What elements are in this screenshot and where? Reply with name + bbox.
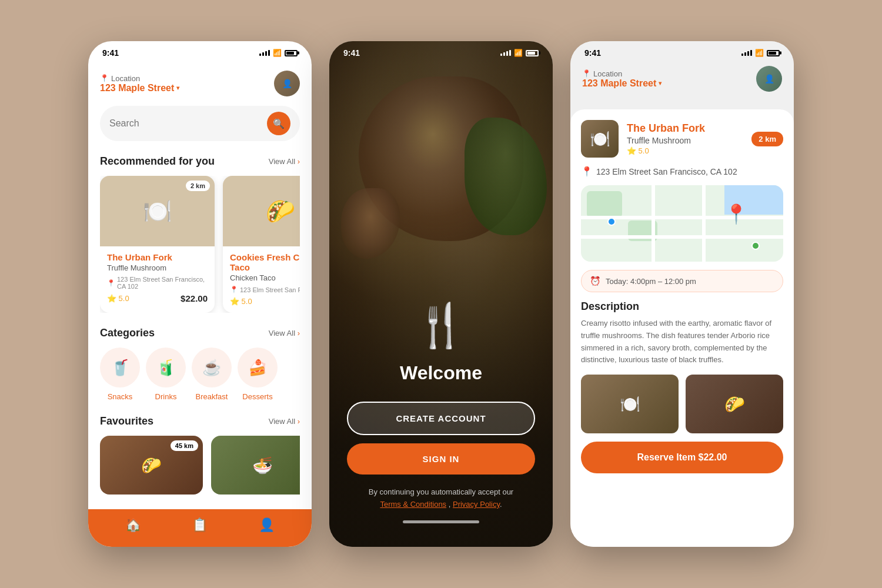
search-input[interactable] (109, 118, 261, 129)
fav-img-2: 🍜 (211, 436, 300, 495)
location-info-3: 📍 Location 123 Maple Street ▾ (582, 69, 662, 89)
categories-row: 🥤 Snacks 🧃 Drinks ☕ Breakfast 🍰 (100, 348, 300, 401)
food-image-1: 🍽️ (581, 375, 679, 433)
status-icons-3: 📶 (741, 49, 780, 57)
battery-icon-3 (767, 50, 780, 56)
favourites-title: Favourites (100, 415, 153, 427)
chevron-icon-3: ▾ (659, 80, 662, 86)
restaurant-info-2: Cookies Fresh Chicken Taco Chicken Taco … (223, 246, 300, 313)
food-image-2: 🌮 (686, 375, 783, 433)
favourites-view-all[interactable]: View All › (269, 417, 300, 426)
desserts-label: Desserts (242, 392, 272, 401)
categories-title: Categories (100, 327, 155, 339)
search-bar[interactable]: 🔍 (100, 106, 300, 141)
food-img-placeholder-1: 🍽️ (581, 375, 679, 433)
km-badge: 2 km (751, 132, 783, 146)
category-desserts[interactable]: 🍰 Desserts (238, 348, 278, 401)
detail-card: 🍽️ The Urban Fork Truffle Mushroom ⭐ 5.0… (570, 109, 794, 547)
location-label-3: 📍 Location (582, 69, 662, 78)
categories-header: Categories View All › (100, 327, 300, 339)
map-road-h2 (581, 235, 783, 239)
pin-icon-3: 📍 (582, 69, 591, 78)
favourites-row: 🌮 45 km 🍜 (100, 436, 300, 495)
recommended-header: Recommended for you View All › (100, 155, 300, 168)
addr-pin-2: 📍 (230, 286, 238, 293)
restaurant-img-2: 🌮 (223, 176, 300, 246)
restaurants-row: 🍽️ 2 km The Urban Fork Truffle Mushroom … (100, 176, 300, 313)
status-bar-1: 9:41 📶 (88, 41, 312, 61)
location-name[interactable]: 123 Maple Street ▾ (100, 83, 179, 93)
search-button[interactable]: 🔍 (267, 112, 290, 135)
restaurant-detail-header: 🍽️ The Urban Fork Truffle Mushroom ⭐ 5.0… (570, 109, 794, 166)
avatar-3[interactable]: 👤 (756, 66, 782, 92)
restaurant-addr-2: 📍 123 Elm Street San Fran... (230, 286, 300, 293)
wifi-icon-2: 📶 (514, 49, 523, 57)
rating-1: ⭐ 5.0 (107, 294, 129, 303)
nav-home[interactable]: 🏠 (125, 517, 141, 533)
desserts-icon-wrap: 🍰 (238, 348, 278, 387)
food-img-placeholder-2: 🌮 (686, 375, 783, 433)
rating-price-1: ⭐ 5.0 $22.00 (107, 293, 208, 303)
description-section: Description Creamy risotto infused with … (570, 300, 794, 375)
restaurant-img-1: 🍽️ 2 km (100, 176, 215, 246)
welcome-content: 🍴 Welcome CREATE ACCOUNT SIGN IN By cont… (329, 61, 553, 547)
sign-in-button[interactable]: SIGN IN (347, 443, 535, 475)
category-snacks[interactable]: 🥤 Snacks (100, 348, 140, 401)
map-marker-small-1 (607, 218, 616, 226)
recommended-title: Recommended for you (100, 155, 215, 168)
restaurant-card-1[interactable]: 🍽️ 2 km The Urban Fork Truffle Mushroom … (100, 176, 215, 313)
breakfast-icon-wrap: ☕ (192, 348, 232, 387)
breakfast-label: Breakfast (196, 392, 228, 401)
nav-calendar[interactable]: 📋 (192, 517, 208, 533)
map-pin-main: 📍 (724, 203, 748, 225)
signal-icon-2 (500, 50, 511, 56)
fav-card-1[interactable]: 🌮 45 km (100, 436, 203, 495)
fav-card-2[interactable]: 🍜 (211, 436, 300, 495)
restaurant-detail-name: The Urban Fork (627, 122, 743, 135)
detail-address: 📍 123 Elm Street San Francisco, CA 102 (570, 166, 794, 185)
bottom-nav: 🏠 📋 👤 (88, 509, 312, 547)
fav-badge-1: 45 km (171, 440, 198, 451)
restaurant-sub-1: Truffle Mushroom (107, 263, 208, 272)
restaurant-addr-1: 📍 123 Elm Street San Francisco, CA 102 (107, 276, 208, 290)
category-drinks[interactable]: 🧃 Drinks (146, 348, 186, 401)
status-bar-3: 9:41 📶 (570, 41, 794, 61)
battery-icon-1 (285, 50, 298, 56)
categories-view-all[interactable]: View All › (269, 329, 300, 338)
phone-detail: 9:41 📶 📍 Location 123 Maple Street ▾ (570, 41, 794, 547)
welcome-title: Welcome (400, 362, 482, 384)
location-label: 📍 Location (100, 74, 179, 83)
create-account-button[interactable]: CREATE ACCOUNT (347, 402, 535, 435)
phone-welcome: 9:41 📶 🍴 Welcome CREATE ACCOUNT SIGN IN … (329, 41, 553, 547)
home-indicator (403, 520, 479, 523)
restaurant-name-2: Cookies Fresh Chicken Taco (230, 252, 300, 272)
snacks-icon: 🥤 (111, 359, 129, 377)
restaurant-detail-info: The Urban Fork Truffle Mushroom ⭐ 5.0 (627, 122, 743, 155)
status-icons-1: 📶 (259, 49, 298, 57)
status-time-2: 9:41 (343, 48, 360, 58)
map-road-v1 (652, 185, 655, 262)
map-container[interactable]: 📍 (581, 185, 783, 262)
avatar[interactable]: 👤 (274, 71, 300, 96)
map-road-v2 (702, 185, 706, 262)
restaurant-detail-rating: ⭐ 5.0 (627, 146, 743, 155)
signal-icon-3 (741, 50, 752, 56)
recommended-view-all[interactable]: View All › (269, 157, 300, 166)
restaurant-sub-2: Chicken Taco (230, 273, 300, 282)
reserve-button[interactable]: Reserve Item $22.00 (581, 442, 783, 473)
battery-icon-2 (526, 50, 539, 56)
restaurant-card-2[interactable]: 🌮 Cookies Fresh Chicken Taco Chicken Tac… (223, 176, 300, 313)
fav-food-placeholder-2: 🍜 (211, 436, 300, 495)
restaurant-thumbnail: 🍽️ (581, 120, 619, 158)
privacy-link[interactable]: Privacy Policy (453, 500, 500, 509)
terms-link[interactable]: Terms & Conditions (380, 500, 446, 509)
map-park-1 (587, 191, 622, 218)
restaurant-info-1: The Urban Fork Truffle Mushroom 📍 123 El… (100, 246, 215, 310)
hours-badge: ⏰ Today: 4:00pm – 12:00 pm (581, 270, 783, 292)
category-breakfast[interactable]: ☕ Breakfast (192, 348, 232, 401)
chevron-icon: ▾ (176, 85, 179, 91)
nav-profile[interactable]: 👤 (259, 517, 275, 533)
drinks-icon: 🧃 (156, 359, 175, 377)
location-name-3[interactable]: 123 Maple Street ▾ (582, 78, 662, 89)
drinks-label: Drinks (155, 392, 177, 401)
